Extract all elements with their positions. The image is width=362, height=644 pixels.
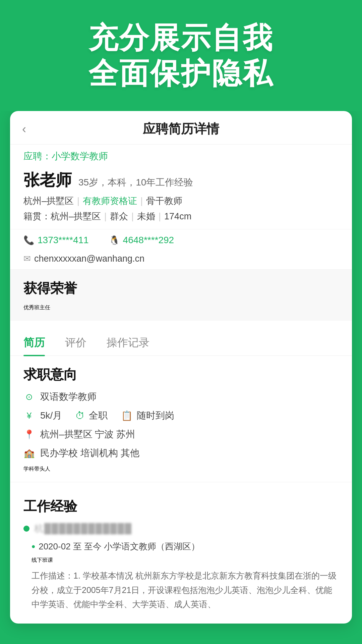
person-name: 张老师 (23, 169, 72, 191)
tab-bar: 简历 评价 操作记录 (10, 330, 352, 356)
time-icon: ⏱ (75, 410, 85, 421)
salary-item: 5k/月 (40, 409, 62, 422)
work-section: 工作经验 杭████████████ 2020-02 至 至今 小学语文教师（西… (10, 488, 352, 611)
apply-link[interactable]: 应聘：小学数学教师 (23, 151, 108, 161)
section-divider (10, 482, 352, 482)
company-dot (23, 526, 29, 532)
tab-review[interactable]: 评价 (65, 330, 86, 356)
intention-multi: 5k/月 ⏱ 全职 📋 随时到岗 (40, 409, 174, 422)
location-icon: 📍 (23, 429, 35, 440)
tab-operation[interactable]: 操作记录 (107, 330, 149, 356)
person-native: 籍贯：杭州–拱墅区 | 群众 | 未婚 | 174cm (23, 210, 339, 222)
person-tags: 杭州–拱墅区 | 有教师资格证 | 骨干教师 (23, 195, 339, 207)
qq-number: 4648****292 (123, 235, 174, 246)
qq-icon: 🐧 (109, 235, 120, 246)
tab-resume[interactable]: 简历 (23, 330, 45, 356)
intention-title: 求职意向 (23, 365, 339, 384)
email-address: chenxxxxxan@wanhang.cn (34, 254, 144, 264)
intention-section: 求职意向 ⊙ 双语数学教师 ¥ 5k/月 ⏱ 全职 📋 随时到岗 (10, 356, 352, 473)
intention-org-row: 🏫 民办学校 培训机构 其他 (23, 447, 339, 460)
org-icon: 🏫 (23, 448, 35, 459)
person-meta: 35岁，本科，10年工作经验 (78, 176, 193, 189)
work-title: 工作经验 (23, 497, 339, 516)
company-name-blurred: 杭████████████ (34, 522, 132, 535)
person-info: 张老师 35岁，本科，10年工作经验 杭州–拱墅区 | 有教师资格证 | 骨干教… (10, 163, 352, 222)
back-button[interactable]: ‹ (22, 122, 26, 136)
email-row: ✉ chenxxxxxan@wanhang.cn (10, 251, 352, 270)
avail-item: 📋 随时到岗 (121, 409, 174, 422)
qq-item: 🐧 4648****292 (109, 235, 174, 246)
intention-location: 杭州–拱墅区 宁波 苏州 (40, 428, 135, 441)
intention-job: 双语数学教师 (40, 390, 97, 403)
person-name-row: 张老师 35岁，本科，10年工作经验 (23, 169, 339, 191)
company-row: 杭████████████ (23, 522, 339, 535)
phone-number: 1373****411 (38, 235, 89, 246)
honor-tag-list: 优秀班主任 (23, 304, 339, 311)
contact-row: 📞 1373****411 🐧 4648****292 (10, 229, 352, 251)
hero-title: 充分展示自我 全面保护隐私 (13, 20, 349, 91)
intention-org: 民办学校 培训机构 其他 (40, 447, 139, 460)
type-item: ⏱ 全职 (75, 409, 108, 422)
resume-card: ‹ 应聘简历详情 应聘：小学数学教师 张老师 35岁，本科，10年工作经验 杭州… (10, 111, 352, 624)
phone-item: 📞 1373****411 (23, 235, 89, 246)
intention-tag-list: 学科带头人 (23, 466, 339, 473)
work-tag-list: 线下班课 (32, 557, 339, 564)
apply-label: 应聘：小学数学教师 (10, 145, 352, 163)
card-title: 应聘简历详情 (143, 120, 219, 138)
salary-icon: ¥ (23, 411, 35, 421)
phone-icon: 📞 (23, 235, 34, 246)
card-header: ‹ 应聘简历详情 (10, 111, 352, 145)
intention-location-row: 📍 杭州–拱墅区 宁波 苏州 (23, 428, 339, 441)
avail-icon: 📋 (121, 410, 133, 421)
work-item: 2020-02 至 至今 小学语文教师（西湖区） 线下班课 工作描述：1. 学校… (23, 540, 339, 611)
email-icon: ✉ (23, 254, 31, 264)
intention-salary-row: ¥ 5k/月 ⏱ 全职 📋 随时到岗 (23, 409, 339, 422)
work-date: 2020-02 至 至今 小学语文教师（西湖区） (32, 540, 339, 553)
honor-title: 获得荣誉 (23, 279, 339, 298)
job-icon: ⊙ (23, 392, 35, 402)
honor-section: 获得荣誉 优秀班主任 (10, 270, 352, 321)
hero-section: 充分展示自我 全面保护隐私 (0, 0, 362, 111)
work-description: 工作描述：1. 学校基本情况 杭州新东方学校是北京新东方教育科技集团在浙的一级分… (32, 569, 339, 611)
intention-job-row: ⊙ 双语数学教师 (23, 390, 339, 403)
